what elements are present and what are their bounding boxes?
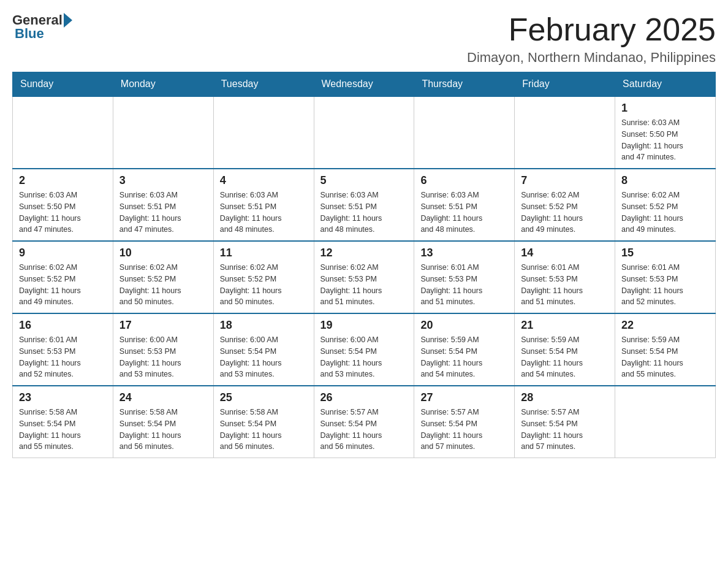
calendar-cell: 5Sunrise: 6:03 AMSunset: 5:51 PMDaylight… [314, 169, 414, 241]
calendar-cell [515, 96, 615, 169]
day-info: Sunrise: 5:58 AMSunset: 5:54 PMDaylight:… [220, 407, 308, 453]
day-header-tuesday: Tuesday [213, 72, 314, 97]
day-number: 17 [119, 319, 207, 332]
day-info: Sunrise: 6:00 AMSunset: 5:54 PMDaylight:… [220, 334, 308, 380]
calendar-subtitle: Dimayon, Northern Mindanao, Philippines [467, 50, 716, 66]
calendar-cell: 23Sunrise: 5:58 AMSunset: 5:54 PMDayligh… [13, 386, 113, 458]
day-info: Sunrise: 6:02 AMSunset: 5:52 PMDaylight:… [521, 190, 609, 236]
calendar-table: SundayMondayTuesdayWednesdayThursdayFrid… [12, 72, 716, 458]
calendar-cell: 17Sunrise: 6:00 AMSunset: 5:53 PMDayligh… [113, 313, 213, 386]
day-number: 10 [119, 247, 207, 259]
day-number: 18 [220, 319, 308, 332]
calendar-cell: 4Sunrise: 6:03 AMSunset: 5:51 PMDaylight… [213, 169, 314, 241]
day-number: 23 [19, 391, 107, 404]
week-row-1: 1Sunrise: 6:03 AMSunset: 5:50 PMDaylight… [13, 96, 716, 169]
calendar-cell [113, 96, 213, 169]
day-info: Sunrise: 5:58 AMSunset: 5:54 PMDaylight:… [119, 407, 207, 453]
calendar-cell: 13Sunrise: 6:01 AMSunset: 5:53 PMDayligh… [414, 241, 515, 313]
week-row-4: 16Sunrise: 6:01 AMSunset: 5:53 PMDayligh… [13, 313, 716, 386]
day-info: Sunrise: 6:00 AMSunset: 5:54 PMDaylight:… [320, 334, 408, 380]
day-info: Sunrise: 6:02 AMSunset: 5:52 PMDaylight:… [621, 190, 709, 236]
day-info: Sunrise: 6:00 AMSunset: 5:53 PMDaylight:… [119, 334, 207, 380]
day-number: 22 [621, 319, 709, 332]
calendar-cell: 8Sunrise: 6:02 AMSunset: 5:52 PMDaylight… [615, 169, 716, 241]
day-info: Sunrise: 5:58 AMSunset: 5:54 PMDaylight:… [19, 407, 107, 453]
calendar-cell: 7Sunrise: 6:02 AMSunset: 5:52 PMDaylight… [515, 169, 615, 241]
day-number: 27 [420, 391, 508, 404]
day-header-sunday: Sunday [13, 72, 113, 97]
calendar-cell: 10Sunrise: 6:02 AMSunset: 5:52 PMDayligh… [113, 241, 213, 313]
calendar-cell: 24Sunrise: 5:58 AMSunset: 5:54 PMDayligh… [113, 386, 213, 458]
week-row-3: 9Sunrise: 6:02 AMSunset: 5:52 PMDaylight… [13, 241, 716, 313]
calendar-cell: 27Sunrise: 5:57 AMSunset: 5:54 PMDayligh… [414, 386, 515, 458]
calendar-cell: 26Sunrise: 5:57 AMSunset: 5:54 PMDayligh… [314, 386, 414, 458]
calendar-cell [314, 96, 414, 169]
calendar-cell: 12Sunrise: 6:02 AMSunset: 5:53 PMDayligh… [314, 241, 414, 313]
day-number: 15 [621, 247, 709, 259]
day-number: 24 [119, 391, 207, 404]
day-info: Sunrise: 5:59 AMSunset: 5:54 PMDaylight:… [521, 334, 609, 380]
day-number: 7 [521, 174, 609, 187]
day-info: Sunrise: 6:03 AMSunset: 5:51 PMDaylight:… [420, 190, 508, 236]
day-info: Sunrise: 5:57 AMSunset: 5:54 PMDaylight:… [320, 407, 408, 453]
day-info: Sunrise: 6:01 AMSunset: 5:53 PMDaylight:… [19, 334, 107, 380]
day-number: 5 [320, 174, 408, 187]
day-info: Sunrise: 6:03 AMSunset: 5:51 PMDaylight:… [220, 190, 308, 236]
calendar-cell: 3Sunrise: 6:03 AMSunset: 5:51 PMDaylight… [113, 169, 213, 241]
day-number: 20 [420, 319, 508, 332]
calendar-cell [213, 96, 314, 169]
day-info: Sunrise: 6:01 AMSunset: 5:53 PMDaylight:… [521, 262, 609, 308]
week-row-5: 23Sunrise: 5:58 AMSunset: 5:54 PMDayligh… [13, 386, 716, 458]
day-info: Sunrise: 6:02 AMSunset: 5:52 PMDaylight:… [19, 262, 107, 308]
day-number: 8 [621, 174, 709, 187]
calendar-cell [615, 386, 716, 458]
calendar-cell: 20Sunrise: 5:59 AMSunset: 5:54 PMDayligh… [414, 313, 515, 386]
calendar-cell: 15Sunrise: 6:01 AMSunset: 5:53 PMDayligh… [615, 241, 716, 313]
logo-blue-text: Blue [15, 26, 44, 42]
day-number: 13 [420, 247, 508, 259]
day-info: Sunrise: 5:57 AMSunset: 5:54 PMDaylight:… [420, 407, 508, 453]
day-number: 12 [320, 247, 408, 259]
day-header-wednesday: Wednesday [314, 72, 414, 97]
calendar-cell: 19Sunrise: 6:00 AMSunset: 5:54 PMDayligh… [314, 313, 414, 386]
day-info: Sunrise: 6:02 AMSunset: 5:52 PMDaylight:… [119, 262, 207, 308]
day-info: Sunrise: 5:57 AMSunset: 5:54 PMDaylight:… [521, 407, 609, 453]
calendar-cell: 14Sunrise: 6:01 AMSunset: 5:53 PMDayligh… [515, 241, 615, 313]
calendar-cell: 6Sunrise: 6:03 AMSunset: 5:51 PMDaylight… [414, 169, 515, 241]
day-info: Sunrise: 5:59 AMSunset: 5:54 PMDaylight:… [420, 334, 508, 380]
day-number: 11 [220, 247, 308, 259]
page-header: General Blue February 2025 Dimayon, Nort… [12, 12, 716, 66]
day-info: Sunrise: 6:02 AMSunset: 5:53 PMDaylight:… [320, 262, 408, 308]
day-number: 19 [320, 319, 408, 332]
calendar-cell: 22Sunrise: 5:59 AMSunset: 5:54 PMDayligh… [615, 313, 716, 386]
day-info: Sunrise: 6:01 AMSunset: 5:53 PMDaylight:… [420, 262, 508, 308]
calendar-cell: 28Sunrise: 5:57 AMSunset: 5:54 PMDayligh… [515, 386, 615, 458]
day-number: 4 [220, 174, 308, 187]
day-number: 6 [420, 174, 508, 187]
day-number: 28 [521, 391, 609, 404]
calendar-cell: 2Sunrise: 6:03 AMSunset: 5:50 PMDaylight… [13, 169, 113, 241]
title-block: February 2025 Dimayon, Northern Mindanao… [467, 12, 716, 66]
day-info: Sunrise: 6:01 AMSunset: 5:53 PMDaylight:… [621, 262, 709, 308]
calendar-cell: 16Sunrise: 6:01 AMSunset: 5:53 PMDayligh… [13, 313, 113, 386]
day-info: Sunrise: 5:59 AMSunset: 5:54 PMDaylight:… [621, 334, 709, 380]
day-info: Sunrise: 6:02 AMSunset: 5:52 PMDaylight:… [220, 262, 308, 308]
day-number: 1 [621, 102, 709, 115]
day-header-monday: Monday [113, 72, 213, 97]
day-header-saturday: Saturday [615, 72, 716, 97]
calendar-cell: 9Sunrise: 6:02 AMSunset: 5:52 PMDaylight… [13, 241, 113, 313]
calendar-header-row: SundayMondayTuesdayWednesdayThursdayFrid… [13, 72, 716, 97]
logo: General Blue [12, 12, 72, 42]
day-info: Sunrise: 6:03 AMSunset: 5:50 PMDaylight:… [621, 117, 709, 163]
day-number: 3 [119, 174, 207, 187]
day-number: 26 [320, 391, 408, 404]
calendar-cell: 21Sunrise: 5:59 AMSunset: 5:54 PMDayligh… [515, 313, 615, 386]
calendar-cell: 11Sunrise: 6:02 AMSunset: 5:52 PMDayligh… [213, 241, 314, 313]
day-info: Sunrise: 6:03 AMSunset: 5:51 PMDaylight:… [320, 190, 408, 236]
day-info: Sunrise: 6:03 AMSunset: 5:51 PMDaylight:… [119, 190, 207, 236]
day-number: 9 [19, 247, 107, 259]
week-row-2: 2Sunrise: 6:03 AMSunset: 5:50 PMDaylight… [13, 169, 716, 241]
calendar-cell [414, 96, 515, 169]
calendar-cell [13, 96, 113, 169]
day-number: 14 [521, 247, 609, 259]
